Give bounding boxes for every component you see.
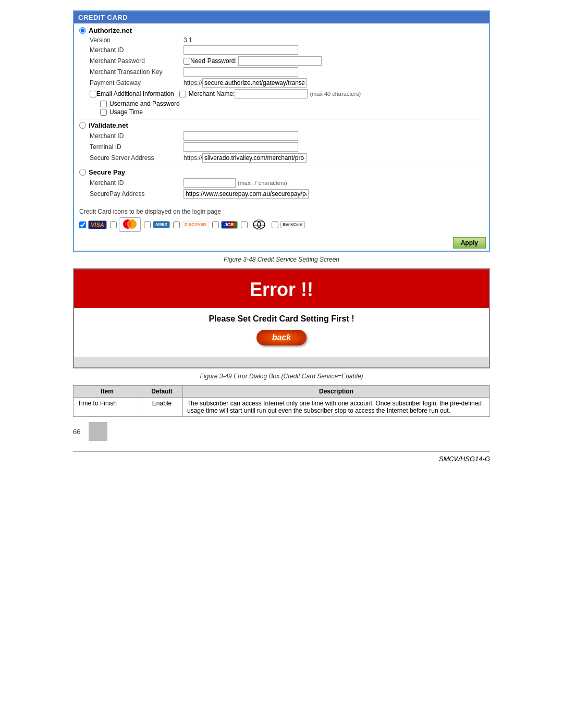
diners-svg: DINERS CLUB — [250, 219, 268, 230]
jcb-icon: JCB — [221, 221, 238, 229]
password-label: Password: — [207, 57, 237, 65]
need-label: Need — [190, 57, 205, 65]
authorize-header: Authorize.net — [79, 27, 484, 34]
mastercard-item — [110, 217, 141, 232]
amex-item: AMEX — [144, 221, 170, 228]
email-additional-checkbox[interactable] — [90, 91, 96, 97]
email-section: Email Additional Information Merchant Na… — [79, 89, 484, 116]
diners-item: DINERS CLUB — [241, 219, 268, 230]
merchant-id-row: Merchant ID — [79, 45, 484, 55]
page-footer: 66 — [73, 422, 490, 441]
merchant-name-input[interactable] — [235, 89, 308, 98]
figure-49-caption: Figure 3-49 Error Dialog Box (Credit Car… — [73, 373, 490, 380]
username-password-row: Username and Password — [90, 100, 484, 107]
visa-icon: VISA — [88, 220, 107, 229]
card-icons-label: Credit Card icons to be displayed on the… — [79, 208, 484, 215]
merchant-id-label: Merchant ID — [90, 46, 183, 54]
terminal-id-label: Terminal ID — [90, 143, 183, 151]
cc-body: Authorize.net Version 3.1 Merchant ID Me… — [74, 23, 489, 205]
ivalidate-section: iValidate.net Merchant ID Terminal ID Se… — [79, 121, 484, 163]
version-row: Version 3.1 — [79, 36, 484, 44]
page-footer-box — [89, 422, 107, 441]
default-cell: Enable — [141, 398, 183, 417]
jcb-item: JCB — [212, 221, 238, 229]
authorize-name: Authorize.net — [89, 27, 132, 34]
secure-server-label: Secure Server Address — [90, 154, 183, 162]
bankcard-icon: BankCard — [280, 221, 305, 228]
usage-time-row: Usage Time — [90, 108, 484, 116]
payment-gateway-row: Payment Gateway https:// — [79, 78, 484, 88]
ivalidate-merchant-id-row: Merchant ID — [79, 131, 484, 141]
ivalidate-radio[interactable] — [79, 122, 86, 129]
securepay-merchant-id-label: Merchant ID — [90, 179, 183, 187]
usage-time-label: Usage Time — [109, 108, 143, 116]
gateway-prefix: https:// — [183, 79, 202, 87]
usage-time-checkbox[interactable] — [100, 109, 107, 116]
email-options: Merchant Name: (max 40 characters) — [179, 89, 361, 98]
securepay-max: (max. 7 characters) — [238, 180, 287, 186]
apply-row: Apply — [74, 235, 489, 251]
discover-icon: DISCOVER — [182, 221, 209, 228]
transaction-key-label: Merchant Transaction Key — [90, 68, 183, 76]
doc-name: SMCWHSG14-G — [73, 451, 490, 463]
visa-checkbox[interactable] — [79, 221, 86, 228]
username-password-label: Username and Password — [109, 100, 180, 107]
email-additional-row: Email Additional Information Merchant Na… — [90, 89, 484, 98]
merchant-name-checkbox[interactable] — [179, 91, 186, 97]
secure-server-input[interactable] — [202, 153, 307, 163]
page-number: 66 — [73, 428, 80, 436]
discover-checkbox[interactable] — [173, 221, 180, 228]
merchant-name-label: Merchant Name: — [189, 90, 235, 97]
ivalidate-header: iValidate.net — [79, 121, 484, 129]
username-password-checkbox[interactable] — [100, 101, 107, 107]
need-checkbox[interactable] — [183, 58, 190, 65]
ivalidate-name: iValidate.net — [89, 121, 128, 129]
securepay-address-input[interactable] — [183, 189, 309, 199]
securepay-header: Secure Pay — [79, 168, 484, 176]
securepay-merchant-id-input[interactable] — [183, 178, 236, 188]
authorize-section: Authorize.net Version 3.1 Merchant ID Me… — [79, 27, 484, 116]
securepay-address-label: SecurePay Address — [90, 190, 183, 198]
ivalidate-merchant-id-input[interactable] — [183, 131, 298, 141]
transaction-key-row: Merchant Transaction Key — [79, 67, 484, 77]
password-input[interactable] — [238, 56, 322, 66]
mastercard-checkbox[interactable] — [110, 221, 117, 228]
item-cell: Time to Finish — [74, 398, 141, 417]
version-value: 3.1 — [183, 36, 192, 44]
table-row: Time to Finish Enable The subscriber can… — [74, 398, 490, 417]
diners-checkbox[interactable] — [241, 221, 248, 228]
terminal-id-row: Terminal ID — [79, 142, 484, 152]
item-header: Item — [74, 386, 141, 398]
data-table: Item Default Description Time to Finish … — [73, 385, 490, 417]
apply-button[interactable]: Apply — [453, 237, 486, 249]
error-title: Error !! — [74, 269, 489, 308]
merchant-password-row: Merchant Password Need Password: — [79, 56, 484, 66]
amex-checkbox[interactable] — [144, 221, 151, 228]
transaction-key-input[interactable] — [183, 67, 298, 77]
amex-icon: AMEX — [153, 221, 170, 228]
discover-item: DISCOVER — [173, 221, 209, 228]
secure-server-url: https:// — [183, 153, 307, 163]
back-button[interactable]: back — [256, 330, 307, 346]
authorize-radio[interactable] — [79, 27, 86, 34]
terminal-id-input[interactable] — [183, 142, 298, 152]
securepay-section: Secure Pay Merchant ID (max. 7 character… — [79, 168, 484, 199]
jcb-checkbox[interactable] — [212, 221, 219, 228]
secure-server-row: Secure Server Address https:// — [79, 153, 484, 163]
merchant-name-max: (max 40 characters) — [310, 91, 361, 97]
merchant-id-input[interactable] — [183, 45, 298, 55]
bankcard-checkbox[interactable] — [272, 221, 278, 228]
card-icons-row: VISA AMEX DISCOVER — [79, 217, 484, 232]
default-header: Default — [141, 386, 183, 398]
description-header: Description — [183, 386, 490, 398]
securepay-address-row: SecurePay Address — [79, 189, 484, 199]
securepay-radio[interactable] — [79, 169, 86, 176]
gateway-input[interactable] — [202, 78, 307, 88]
error-footer — [74, 357, 489, 367]
error-message: Please Set Credit Card Setting First ! — [82, 314, 481, 324]
description-cell: The subscriber can access Internet only … — [183, 398, 490, 417]
email-additional-label: Email Additional Information — [96, 90, 174, 97]
merchant-name-row: Merchant Name: (max 40 characters) — [179, 89, 361, 98]
error-dialog: Error !! Please Set Credit Card Setting … — [73, 268, 490, 368]
merchant-password-label: Merchant Password — [90, 57, 183, 65]
